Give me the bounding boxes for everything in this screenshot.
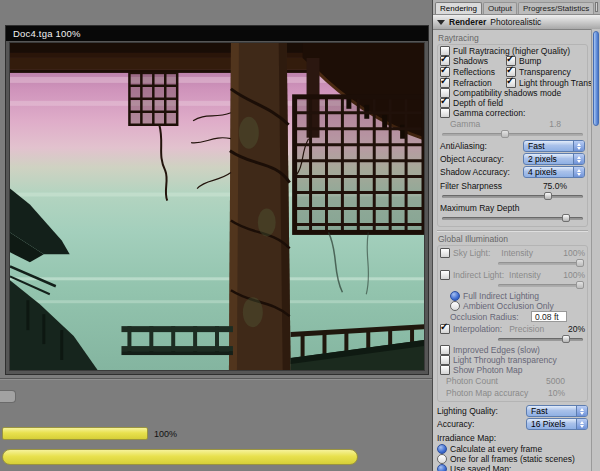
precision-slider-thumb[interactable] bbox=[562, 335, 570, 343]
photon-count-label: Photon Count bbox=[446, 376, 498, 386]
light-through-transparency-checkbox[interactable] bbox=[440, 355, 450, 365]
light-through-trans-checkbox[interactable] bbox=[506, 78, 516, 88]
indirect-intensity-slider[interactable] bbox=[498, 281, 583, 290]
dropdown-arrows-icon bbox=[576, 406, 587, 416]
photon-accuracy-label: Photon Map accuracy bbox=[446, 388, 528, 398]
filter-sharpness-slider-thumb[interactable] bbox=[544, 192, 552, 200]
full-indirect-radio[interactable] bbox=[450, 291, 460, 301]
antialiasing-value: Fast bbox=[528, 141, 545, 151]
precision-label: Precision bbox=[509, 324, 544, 334]
shadow-accuracy-value: 4 pixels bbox=[528, 167, 557, 177]
use-saved-map-label: Use saved Map: bbox=[450, 464, 511, 471]
global-illumination-section-title: Global Illumination bbox=[438, 234, 588, 244]
irradiance-map-title: Irradiance Map: bbox=[437, 433, 496, 443]
bump-label: Bump bbox=[519, 56, 541, 66]
dropdown-arrows-icon bbox=[573, 167, 584, 177]
indirect-intensity-slider-thumb[interactable] bbox=[576, 281, 584, 289]
light-through-transparency-label: Light Through transparency bbox=[453, 355, 557, 365]
indirect-light-checkbox[interactable] bbox=[440, 270, 450, 280]
accuracy-dropdown[interactable]: 16 Pixels bbox=[526, 418, 588, 430]
refraction-checkbox[interactable] bbox=[440, 78, 450, 88]
renderer-mode[interactable]: Photorealistic bbox=[490, 17, 541, 27]
sky-light-checkbox[interactable] bbox=[440, 248, 450, 258]
transparency-label: Transparency bbox=[519, 67, 571, 77]
renderer-label: Renderer bbox=[449, 17, 486, 27]
panel-tabbar: Rendering Output Progress/Statistics bbox=[433, 0, 600, 15]
render-progress-bar bbox=[2, 427, 148, 440]
palette-tab[interactable] bbox=[0, 390, 16, 403]
max-ray-depth-slider-thumb[interactable] bbox=[562, 214, 570, 222]
sky-intensity-value: 100% bbox=[563, 248, 585, 258]
shadows-label: Shadows bbox=[453, 56, 488, 66]
sky-intensity-label: Intensity bbox=[501, 248, 533, 258]
gamma-correction-checkbox[interactable] bbox=[440, 108, 450, 118]
tab-progress-statistics[interactable]: Progress/Statistics bbox=[518, 2, 594, 14]
lighting-quality-dropdown[interactable]: Fast bbox=[526, 405, 588, 417]
object-accuracy-value: 2 pixels bbox=[528, 154, 557, 164]
ambient-occlusion-radio[interactable] bbox=[450, 301, 460, 311]
tab-output[interactable]: Output bbox=[483, 2, 517, 14]
raytracing-group: Full Raytracing (higher Quality) Shadows… bbox=[437, 44, 588, 227]
interpolation-checkbox[interactable] bbox=[440, 324, 450, 334]
calc-every-frame-radio[interactable] bbox=[437, 444, 447, 454]
render-image bbox=[9, 42, 425, 371]
depth-of-field-checkbox[interactable] bbox=[440, 98, 450, 108]
max-ray-depth-slider[interactable] bbox=[442, 214, 583, 223]
show-photon-map-label: Show Photon Map bbox=[453, 365, 522, 375]
sky-intensity-slider[interactable] bbox=[498, 259, 583, 268]
occlusion-radius-label: Occlusion Radius: bbox=[450, 312, 519, 322]
precision-slider-track[interactable] bbox=[498, 338, 583, 341]
sky-intensity-slider-track[interactable] bbox=[498, 262, 583, 265]
occlusion-radius-field[interactable]: 0.08 ft bbox=[531, 311, 567, 322]
use-saved-map-radio[interactable] bbox=[437, 464, 447, 471]
filter-sharpness-slider[interactable] bbox=[442, 192, 583, 201]
dropdown-arrows-icon bbox=[573, 141, 584, 151]
gamma-label: Gamma bbox=[450, 119, 480, 129]
show-photon-map-checkbox[interactable] bbox=[440, 365, 450, 375]
dropdown-arrows-icon bbox=[573, 154, 584, 164]
sky-light-label: Sky Light: bbox=[453, 248, 490, 258]
global-illumination-group: Sky Light: Intensity 100% Indirect Light… bbox=[437, 245, 588, 402]
sky-intensity-slider-thumb[interactable] bbox=[576, 259, 584, 267]
render-window: Doc4.tga 100% bbox=[5, 25, 429, 375]
gamma-correction-label: Gamma correction: bbox=[453, 108, 525, 118]
precision-value: 20% bbox=[568, 324, 585, 334]
render-settings-panel: Rendering Output Progress/Statistics Ren… bbox=[432, 0, 600, 471]
one-for-all-frames-radio[interactable] bbox=[437, 454, 447, 464]
raytracing-section-title: Raytracing bbox=[438, 33, 588, 43]
panel-scrollbar-thumb[interactable] bbox=[593, 31, 599, 126]
object-accuracy-dropdown[interactable]: 2 pixels bbox=[523, 153, 585, 165]
panel-widget-button[interactable] bbox=[595, 2, 598, 12]
full-indirect-label: Full Indirect Lighting bbox=[463, 291, 539, 301]
improved-edges-checkbox[interactable] bbox=[440, 345, 450, 355]
object-accuracy-label: Object Accuracy: bbox=[440, 154, 504, 164]
indirect-intensity-slider-track[interactable] bbox=[498, 284, 583, 287]
renderer-header[interactable]: Renderer Photorealistic bbox=[433, 15, 600, 30]
workspace-divider bbox=[0, 378, 432, 379]
gamma-slider[interactable] bbox=[442, 130, 583, 139]
lighting-quality-label: Lighting Quality: bbox=[437, 406, 498, 416]
photon-accuracy-value: 10% bbox=[548, 388, 565, 398]
calc-every-frame-label: Calculate at every frame bbox=[450, 444, 542, 454]
gamma-slider-thumb[interactable] bbox=[501, 130, 509, 138]
shadow-accuracy-dropdown[interactable]: 4 pixels bbox=[523, 166, 585, 178]
accuracy-value: 16 Pixels bbox=[531, 419, 566, 429]
gamma-slider-track[interactable] bbox=[442, 133, 583, 136]
refraction-label: Refraction bbox=[453, 78, 492, 88]
panel-scrollbar[interactable] bbox=[591, 29, 600, 471]
indirect-intensity-label: Intensity bbox=[509, 270, 541, 280]
reflections-label: Reflections bbox=[453, 67, 495, 77]
tab-rendering[interactable]: Rendering bbox=[435, 2, 482, 14]
indirect-intensity-value: 100% bbox=[563, 270, 585, 280]
depth-of-field-label: Depth of field bbox=[453, 98, 503, 108]
antialiasing-dropdown[interactable]: Fast bbox=[523, 140, 585, 152]
render-progress-label: 100% bbox=[154, 429, 177, 439]
one-for-all-frames-label: One for all frames (static scenes) bbox=[450, 454, 575, 464]
photon-count-value: 5000 bbox=[546, 376, 565, 386]
precision-slider[interactable] bbox=[498, 335, 583, 344]
lighting-quality-value: Fast bbox=[531, 406, 548, 416]
total-progress-bar bbox=[2, 449, 358, 465]
max-ray-depth-label: Maximum Ray Depth bbox=[440, 203, 519, 213]
render-window-titlebar[interactable]: Doc4.tga 100% bbox=[6, 26, 428, 41]
filter-sharpness-slider-track[interactable] bbox=[442, 195, 583, 198]
